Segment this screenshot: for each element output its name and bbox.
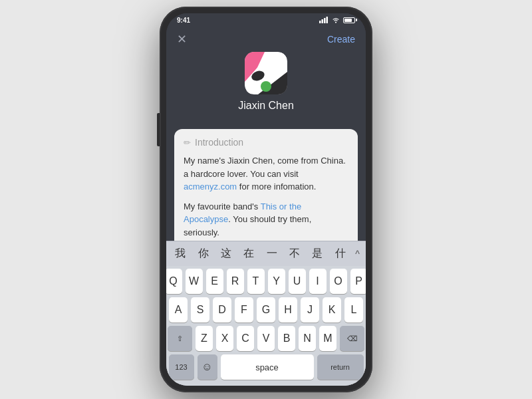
key-S[interactable]: S bbox=[191, 297, 209, 323]
key-J[interactable]: J bbox=[301, 297, 319, 323]
key-K[interactable]: K bbox=[323, 297, 341, 323]
chinese-suggestion-row: 我 你 这 在 一 不 是 什 ^ bbox=[166, 241, 366, 266]
status-bar: 9:41 bbox=[166, 13, 366, 27]
status-icons bbox=[319, 17, 355, 23]
expand-icon[interactable]: ^ bbox=[355, 249, 360, 259]
key-I[interactable]: I bbox=[309, 269, 327, 294]
key-Y[interactable]: Y bbox=[268, 269, 285, 294]
key-N[interactable]: N bbox=[299, 326, 316, 351]
svg-rect-2 bbox=[324, 18, 326, 23]
intro-body: My name's Jiaxin Chen, come from China. … bbox=[184, 154, 348, 241]
key-row-2: A S D F G H J K L bbox=[168, 297, 364, 323]
key-G[interactable]: G bbox=[257, 297, 275, 323]
key-M[interactable]: M bbox=[319, 326, 336, 351]
key-row-3: ⇧ Z X C V B N M ⌫ bbox=[168, 326, 364, 351]
chinese-char-2[interactable]: 你 bbox=[196, 245, 211, 262]
key-U[interactable]: U bbox=[289, 269, 306, 294]
key-C[interactable]: C bbox=[237, 326, 254, 351]
edit-icon: ✏ bbox=[184, 138, 191, 148]
create-button[interactable]: Create bbox=[327, 34, 355, 45]
key-T[interactable]: T bbox=[247, 269, 265, 294]
svg-rect-1 bbox=[322, 19, 324, 23]
chinese-char-4[interactable]: 在 bbox=[241, 245, 257, 262]
intro-card[interactable]: ✏ Introduction My name's Jiaxin Chen, co… bbox=[174, 129, 358, 241]
key-V[interactable]: V bbox=[257, 326, 275, 351]
intro-label-row: ✏ Introduction bbox=[184, 137, 348, 148]
return-key[interactable]: return bbox=[317, 354, 364, 380]
username-label: Jiaxin Chen bbox=[238, 100, 294, 112]
chinese-char-8[interactable]: 什 bbox=[332, 245, 348, 262]
content-area: ✏ Introduction My name's Jiaxin Chen, co… bbox=[166, 121, 366, 241]
intro-paragraph-2: My favourite band's This or the Apocalyp… bbox=[184, 200, 348, 239]
space-key[interactable]: space bbox=[221, 354, 314, 380]
header: ✕ Create bbox=[166, 27, 366, 121]
key-A[interactable]: A bbox=[169, 297, 188, 323]
close-button[interactable]: ✕ bbox=[177, 32, 187, 47]
avatar bbox=[245, 52, 287, 94]
chinese-char-3[interactable]: 这 bbox=[218, 245, 234, 262]
key-W[interactable]: W bbox=[186, 269, 203, 294]
battery-icon bbox=[343, 17, 355, 23]
keyboard: 我 你 这 在 一 不 是 什 ^ Q W E bbox=[166, 241, 366, 386]
chinese-char-7[interactable]: 是 bbox=[309, 245, 325, 262]
delete-key[interactable]: ⌫ bbox=[340, 326, 364, 351]
keyboard-keys: Q W E R T Y U I O P A S bbox=[166, 266, 366, 386]
time-display: 9:41 bbox=[177, 17, 190, 24]
chinese-char-6[interactable]: 不 bbox=[287, 245, 303, 262]
key-D[interactable]: D bbox=[213, 297, 231, 323]
svg-point-9 bbox=[261, 81, 271, 92]
svg-rect-3 bbox=[327, 17, 329, 23]
key-H[interactable]: H bbox=[279, 297, 297, 323]
key-row-4: 123 ☺ space return bbox=[168, 354, 364, 380]
key-row-1: Q W E R T Y U I O P bbox=[168, 269, 364, 294]
chinese-char-5[interactable]: 一 bbox=[264, 245, 280, 262]
key-O[interactable]: O bbox=[330, 269, 347, 294]
key-Q[interactable]: Q bbox=[166, 269, 182, 294]
key-L[interactable]: L bbox=[344, 297, 363, 323]
key-R[interactable]: R bbox=[227, 269, 244, 294]
svg-rect-0 bbox=[319, 21, 321, 23]
wifi-icon bbox=[331, 17, 340, 23]
key-E[interactable]: E bbox=[206, 269, 223, 294]
intro-title: Introduction bbox=[195, 137, 243, 148]
signal-icon bbox=[319, 17, 329, 23]
key-F[interactable]: F bbox=[235, 297, 253, 323]
key-Z[interactable]: Z bbox=[196, 326, 213, 351]
key-P[interactable]: P bbox=[350, 269, 366, 294]
intro-paragraph-1: My name's Jiaxin Chen, come from China. … bbox=[184, 154, 348, 194]
shift-key[interactable]: ⇧ bbox=[168, 326, 192, 351]
key-B[interactable]: B bbox=[278, 326, 295, 351]
svg-point-4 bbox=[335, 22, 336, 23]
chinese-char-1[interactable]: 我 bbox=[172, 245, 188, 262]
numbers-key[interactable]: 123 bbox=[169, 354, 194, 380]
key-X[interactable]: X bbox=[216, 326, 233, 351]
emoji-key[interactable]: ☺ bbox=[198, 354, 217, 380]
acmenyz-link[interactable]: acmenyz.com bbox=[184, 182, 237, 192]
